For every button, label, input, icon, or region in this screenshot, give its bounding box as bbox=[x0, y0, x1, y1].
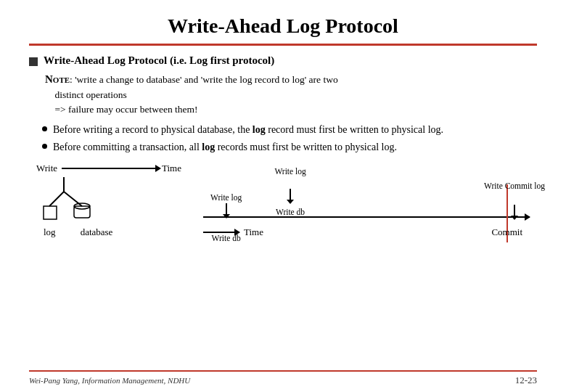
bullet-item-2: Before committing a transaction, all log… bbox=[42, 140, 537, 155]
bullet-item-1: Before writing a record to physical data… bbox=[42, 123, 537, 137]
write-time-row: Write Time bbox=[36, 163, 181, 174]
commit-label-area: Commit bbox=[491, 225, 522, 238]
time-arrow-icon bbox=[234, 229, 240, 236]
note-label: Note bbox=[45, 73, 70, 85]
write-label: Write bbox=[36, 163, 57, 174]
time-row: Time bbox=[203, 226, 263, 238]
commit-label: Commit bbox=[491, 226, 522, 237]
write-arrow-line bbox=[62, 168, 160, 169]
bullet-square-icon bbox=[29, 57, 38, 66]
time-arrow-line bbox=[203, 232, 239, 233]
arrow-head-2-icon bbox=[287, 200, 294, 204]
time-bottom-label: Time bbox=[244, 226, 263, 238]
event3-top-label: Write Commit log bbox=[484, 181, 545, 192]
slide-title: Write-Ahead Log Protocol bbox=[29, 15, 537, 38]
svg-line-1 bbox=[49, 192, 64, 206]
event1-arrow bbox=[226, 203, 227, 215]
diagrams-section: Write Time bbox=[29, 163, 537, 242]
footer: Wei-Pang Yang, Information Management, N… bbox=[29, 370, 537, 386]
bullet-dot-icon-2 bbox=[42, 144, 47, 149]
branch-area bbox=[42, 177, 181, 224]
event3: Write Commit log bbox=[514, 205, 515, 216]
event2-arrow bbox=[290, 189, 291, 200]
event3-arrow bbox=[514, 205, 515, 216]
slide: Write-Ahead Log Protocol Write-Ahead Log… bbox=[0, 0, 566, 392]
footer-left: Wei-Pang Yang, Information Management, N… bbox=[29, 376, 190, 385]
event2-bottom-label: Write db bbox=[276, 208, 305, 216]
database-label: database bbox=[81, 226, 113, 238]
section-header: Write-Ahead Log Protocol (i.e. Log first… bbox=[29, 54, 537, 67]
note-text: : 'write a change to database' and 'writ… bbox=[70, 74, 338, 85]
branch-svg bbox=[42, 177, 158, 221]
icon-labels: log database bbox=[44, 226, 181, 238]
note-line2: distinct operations bbox=[55, 89, 127, 100]
time-label: Time bbox=[162, 163, 181, 174]
bullet-points: Before writing a record to physical data… bbox=[42, 123, 537, 155]
arrow-head-3-icon bbox=[511, 216, 518, 220]
svg-line-2 bbox=[64, 192, 82, 206]
left-diagram: Write Time bbox=[36, 163, 181, 242]
note-block: Note: 'write a change to database' and '… bbox=[45, 71, 537, 117]
bullet-1-text: Before writing a record to physical data… bbox=[53, 123, 443, 137]
right-diagram: Write log Write db Write log bbox=[196, 163, 530, 242]
event1-top-label: Write log bbox=[210, 193, 242, 203]
red-divider bbox=[29, 44, 537, 46]
timeline-line bbox=[203, 216, 530, 218]
timeline-arrow-icon bbox=[525, 213, 530, 221]
event2-top-label: Write log bbox=[274, 167, 305, 177]
event2: Write log Write db bbox=[276, 189, 305, 216]
svg-rect-3 bbox=[44, 206, 57, 219]
bullet-2-text: Before committing a transaction, all log… bbox=[53, 140, 397, 155]
log-label: log bbox=[44, 226, 56, 238]
timeline-container: Write log Write db Write log bbox=[196, 163, 530, 242]
footer-right: 12-23 bbox=[515, 375, 537, 386]
note-line3: => failure may occur between them! bbox=[55, 104, 198, 115]
section-title: Write-Ahead Log Protocol (i.e. Log first… bbox=[44, 54, 274, 67]
bullet-dot-icon bbox=[42, 126, 47, 131]
